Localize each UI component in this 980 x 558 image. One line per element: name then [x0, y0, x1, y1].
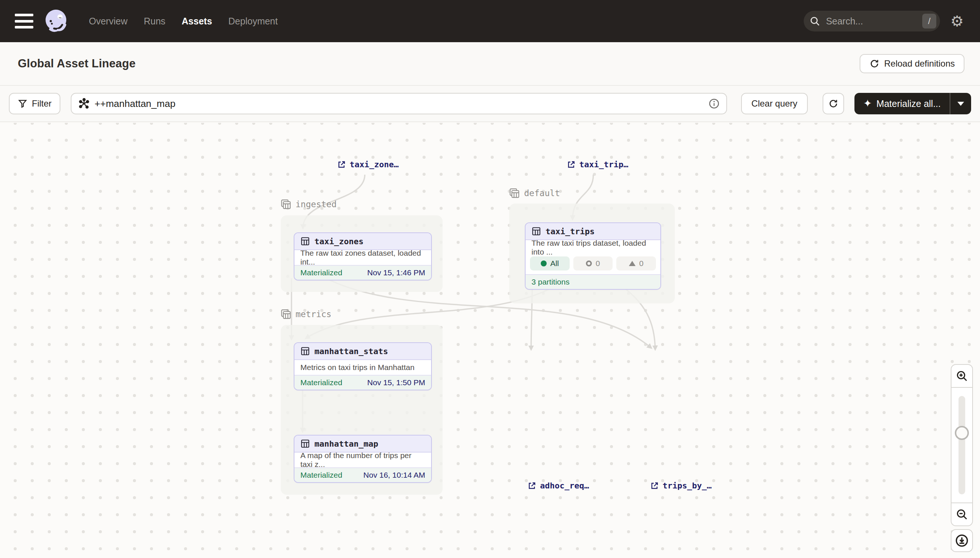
- page-header: Global Asset Lineage Reload definitions: [0, 42, 980, 86]
- materialization-timestamp[interactable]: Nov 16, 10:14 AM: [363, 471, 425, 479]
- table-icon: [532, 226, 541, 236]
- ring-icon: [586, 261, 592, 266]
- asset-query-input[interactable]: [94, 98, 708, 110]
- zoom-slider-thumb[interactable]: [955, 426, 969, 440]
- partition-health-row: All 0 0: [525, 255, 660, 274]
- nav-item-deployment[interactable]: Deployment: [229, 16, 278, 27]
- recenter-view-button[interactable]: [951, 529, 973, 552]
- search-icon: [807, 13, 823, 29]
- download-center-icon: [955, 533, 969, 548]
- filter-button[interactable]: Filter: [9, 93, 60, 114]
- page-title: Global Asset Lineage: [18, 57, 135, 70]
- asset-selection-querybox[interactable]: [71, 93, 727, 114]
- table-icon: [300, 439, 310, 448]
- partitions-missing-badge[interactable]: 0: [616, 256, 656, 271]
- group-label-metrics[interactable]: metrics: [281, 309, 331, 319]
- materialization-timestamp[interactable]: Nov 15, 1:50 PM: [367, 378, 425, 387]
- query-info-icon[interactable]: [708, 98, 720, 109]
- nav-item-runs[interactable]: Runs: [144, 16, 165, 27]
- external-link-icon: [567, 160, 576, 169]
- table-icon: [300, 236, 310, 246]
- asset-node-manhattan-map[interactable]: manhattan_map A map of the number of tri…: [294, 435, 432, 483]
- asset-name: taxi_zones: [315, 237, 363, 246]
- funnel-icon: [18, 99, 27, 108]
- asset-name: manhattan_map: [315, 439, 378, 448]
- global-search[interactable]: /: [804, 11, 940, 31]
- group-tables-icon: [509, 188, 520, 199]
- lineage-toolbar: Filter Clear query ✦ Materialize all...: [0, 86, 980, 122]
- op-selector-icon: [78, 98, 90, 110]
- zoom-slider[interactable]: [952, 387, 972, 503]
- menu-icon[interactable]: [15, 14, 33, 28]
- asset-description: The raw taxi trips dataset, loaded into …: [525, 240, 660, 255]
- status-badge: Materialized: [300, 471, 342, 479]
- reload-icon: [869, 59, 880, 69]
- search-shortcut-badge: /: [922, 14, 936, 28]
- group-tables-icon: [281, 309, 291, 319]
- group-label-ingested[interactable]: ingested: [281, 199, 337, 209]
- reload-definitions-button[interactable]: Reload definitions: [860, 54, 964, 73]
- triangle-icon: [629, 261, 636, 266]
- nav-item-assets[interactable]: Assets: [182, 16, 212, 27]
- materialize-dropdown-button[interactable]: [950, 93, 971, 114]
- dagster-logo-icon[interactable]: [43, 8, 70, 34]
- lineage-edges: [0, 123, 980, 558]
- asset-name: manhattan_stats: [315, 347, 388, 356]
- materialize-all-button[interactable]: ✦ Materialize all...: [855, 93, 950, 114]
- zoom-in-button[interactable]: [952, 365, 972, 387]
- group-tables-icon: [281, 199, 291, 209]
- zoom-control-panel: [951, 364, 973, 526]
- external-asset-taxi-trip[interactable]: taxi_trip…: [567, 160, 628, 169]
- external-link-icon: [650, 481, 659, 490]
- clear-query-button[interactable]: Clear query: [741, 93, 808, 114]
- group-label-default[interactable]: default: [509, 188, 560, 199]
- asset-name: taxi_trips: [545, 227, 595, 236]
- status-badge: Materialized: [300, 268, 342, 277]
- zoom-in-icon: [955, 370, 968, 382]
- nav-item-overview[interactable]: Overview: [89, 16, 127, 27]
- asset-description: A map of the number of trips per taxi z.…: [295, 453, 431, 467]
- top-nav-bar: Overview Runs Assets Deployment / ⚙: [0, 0, 980, 42]
- success-dot-icon: [541, 261, 547, 266]
- external-link-icon: [337, 160, 346, 169]
- search-input[interactable]: [826, 16, 922, 27]
- lineage-graph-canvas[interactable]: ingested default metrics taxi_zone… taxi…: [0, 123, 980, 558]
- refresh-icon: [828, 98, 838, 109]
- asset-node-taxi-zones[interactable]: taxi_zones The raw taxi zones dataset, l…: [294, 232, 432, 281]
- materialize-all-split-button: ✦ Materialize all...: [855, 93, 971, 114]
- chevron-down-icon: [957, 102, 964, 106]
- external-link-icon: [527, 481, 536, 490]
- zoom-out-icon: [955, 508, 968, 520]
- external-asset-trips-by[interactable]: trips_by_…: [650, 481, 712, 490]
- table-icon: [300, 346, 310, 356]
- partitions-count[interactable]: 3 partitions: [532, 277, 570, 286]
- zoom-out-button[interactable]: [952, 503, 972, 525]
- external-asset-adhoc-req[interactable]: adhoc_req…: [527, 481, 589, 490]
- external-asset-taxi-zone[interactable]: taxi_zone…: [337, 160, 399, 169]
- asset-node-taxi-trips[interactable]: taxi_trips The raw taxi trips dataset, l…: [525, 222, 661, 290]
- settings-gear-icon[interactable]: ⚙: [950, 14, 964, 28]
- zoom-slider-track[interactable]: [959, 396, 965, 494]
- partitions-failed-badge[interactable]: 0: [573, 256, 613, 271]
- status-badge: Materialized: [300, 378, 342, 387]
- primary-nav: Overview Runs Assets Deployment: [89, 16, 278, 27]
- asset-description: The raw taxi zones dataset, loaded int..…: [295, 250, 431, 265]
- refresh-button[interactable]: [823, 93, 844, 114]
- sparkles-icon: ✦: [863, 98, 872, 109]
- asset-description: Metrics on taxi trips in Manhattan: [295, 360, 431, 375]
- partitions-all-badge[interactable]: All: [530, 256, 570, 271]
- materialization-timestamp[interactable]: Nov 15, 1:46 PM: [367, 268, 425, 277]
- asset-node-manhattan-stats[interactable]: manhattan_stats Metrics on taxi trips in…: [294, 342, 432, 391]
